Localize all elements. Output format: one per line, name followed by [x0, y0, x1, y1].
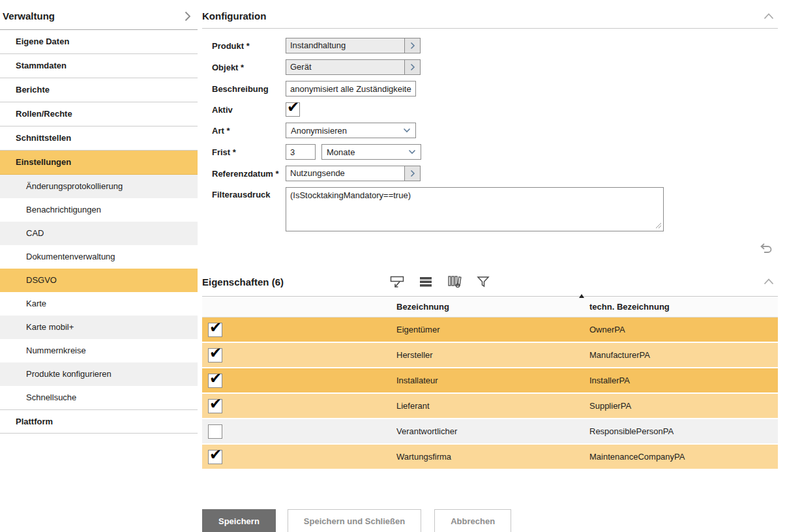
select-rows-icon [389, 275, 405, 288]
table-row[interactable]: Lieferant SupplierPA [202, 394, 778, 418]
chevron-down-icon [403, 128, 411, 133]
chevron-right-icon [410, 170, 415, 177]
sidebar-item-plattform[interactable]: Plattform [0, 409, 198, 434]
chevron-down-icon [408, 149, 416, 155]
table-row[interactable]: Hersteller ManufacturerPA [202, 343, 778, 367]
konfiguration-collapse-button[interactable] [764, 13, 778, 20]
referenzdatum-row: Referenzdatum * Nutzungsende [212, 166, 778, 181]
row-bezeichnung: Wartungsfirma [396, 452, 451, 462]
table-row[interactable]: Installateur InstallerPA [202, 368, 778, 392]
row-checkbox[interactable] [208, 374, 222, 388]
sidebar-item-benachrichtigungen[interactable]: Benachrichtigungen [0, 198, 198, 222]
row-bezeichnung: Installateur [396, 376, 438, 385]
sort-ascending-icon [579, 294, 584, 298]
sidebar-item-berichte[interactable]: Berichte [0, 78, 198, 102]
undo-icon [758, 243, 774, 254]
sidebar: Verwaltung Eigene Daten Stammdaten Beric… [0, 0, 198, 532]
sidebar-item-aenderungsprotokollierung[interactable]: Änderungsprotokollierung [0, 175, 198, 198]
column-header-techn-bezeichnung[interactable]: techn. Bezeichnung [589, 302, 778, 312]
sidebar-item-produkte-konfigurieren[interactable]: Produkte konfigurieren [0, 362, 198, 386]
sidebar-item-einstellungen[interactable]: Einstellungen [0, 151, 198, 175]
sidebar-item-nummernkreise[interactable]: Nummernkreise [0, 339, 198, 362]
produkt-open-button[interactable] [405, 38, 421, 53]
table-row[interactable]: Eigentümer OwnerPA [202, 318, 778, 342]
referenzdatum-picker[interactable]: Nutzungsende [286, 166, 421, 181]
beschreibung-row: Beschreibung [212, 81, 778, 96]
app: Verwaltung Eigene Daten Stammdaten Beric… [0, 0, 787, 532]
row-techn-bezeichnung: InstallerPA [589, 376, 630, 385]
undo-button[interactable] [758, 243, 774, 254]
objekt-row: Objekt * Gerät [212, 59, 778, 75]
produkt-row: Produkt * Instandhaltung [212, 38, 778, 53]
referenzdatum-open-button[interactable] [405, 166, 421, 181]
produkt-value: Instandhaltung [286, 38, 405, 53]
sidebar-item-stammdaten[interactable]: Stammdaten [0, 54, 198, 78]
row-techn-bezeichnung: SupplierPA [589, 401, 631, 411]
objekt-label: Objekt * [212, 63, 286, 72]
konfiguration-panel: Konfiguration Produkt * Instandhaltung [202, 7, 778, 261]
row-checkbox[interactable] [208, 399, 222, 413]
art-select[interactable]: Anonymisieren [286, 123, 416, 138]
column-header-techn-label: techn. Bezeichnung [589, 302, 670, 312]
eigenschaften-table: Bezeichnung techn. Bezeichnung Eigentüme… [202, 297, 778, 469]
row-bezeichnung: Hersteller [396, 350, 433, 360]
columns-button[interactable] [445, 274, 464, 289]
sidebar-item-dokumentenverwaltung[interactable]: Dokumentenverwaltung [0, 245, 198, 269]
eigenschaften-panel: Eigenschaften (6) [202, 270, 778, 469]
sidebar-item-cad[interactable]: CAD [0, 222, 198, 245]
art-row: Art * Anonymisieren [212, 123, 778, 138]
column-header-bezeichnung[interactable]: Bezeichnung [396, 302, 589, 312]
sidebar-title: Verwaltung [3, 10, 55, 22]
sidebar-item-schnittstellen[interactable]: Schnittstellen [0, 126, 198, 151]
table-row[interactable]: Verantwortlicher ResponsiblePersonPA [202, 419, 778, 443]
cancel-button[interactable]: Abbrechen [434, 509, 511, 532]
aktiv-label: Aktiv [212, 105, 286, 115]
table-header-row: Bezeichnung techn. Bezeichnung [202, 297, 778, 318]
filter-button[interactable] [474, 274, 492, 289]
sidebar-item-karte-mobil[interactable]: Karte mobil+ [0, 316, 198, 339]
aktiv-checkbox[interactable] [286, 102, 300, 117]
row-checkbox[interactable] [208, 348, 222, 362]
sidebar-item-rollen-rechte[interactable]: Rollen/Rechte [0, 102, 198, 126]
select-rows-button[interactable] [388, 274, 406, 289]
row-checkbox[interactable] [208, 450, 222, 464]
undo-row [202, 239, 778, 261]
save-and-close-button[interactable]: Speichern und Schließen [288, 509, 421, 532]
filterausdruck-label: Filterausdruck [212, 187, 286, 200]
objekt-picker[interactable]: Gerät [286, 59, 421, 75]
frist-unit-select[interactable]: Monate [321, 144, 421, 160]
table-row[interactable]: Wartungsfirma MaintenanceCompanyPA [202, 445, 778, 469]
sidebar-header[interactable]: Verwaltung [0, 7, 198, 30]
group-rows-button[interactable] [417, 274, 435, 289]
referenzdatum-label: Referenzdatum * [212, 169, 286, 179]
frist-input[interactable] [286, 144, 316, 160]
filter-icon [477, 276, 490, 288]
filterausdruck-textarea[interactable]: (IsStocktakingMandatory==true) [286, 187, 664, 231]
objekt-value: Gerät [286, 59, 405, 75]
row-bezeichnung: Verantwortlicher [396, 426, 457, 436]
objekt-open-button[interactable] [405, 59, 421, 75]
action-bar: Speichern Speichern und Schließen Abbrec… [202, 509, 778, 532]
beschreibung-input[interactable] [286, 81, 416, 96]
konfiguration-form: Produkt * Instandhaltung Objekt * Gerät [202, 29, 778, 233]
chevron-right-icon [410, 42, 415, 50]
row-bezeichnung: Lieferant [396, 401, 430, 411]
save-button[interactable]: Speichern [202, 509, 276, 532]
konfiguration-panel-header: Konfiguration [202, 7, 778, 29]
row-checkbox[interactable] [208, 323, 222, 337]
produkt-picker[interactable]: Instandhaltung [286, 38, 421, 53]
eigenschaften-collapse-button[interactable] [764, 278, 778, 285]
aktiv-row: Aktiv [212, 102, 778, 117]
row-checkbox[interactable] [208, 424, 222, 439]
beschreibung-label: Beschreibung [212, 84, 286, 94]
chevron-right-icon [410, 63, 415, 71]
row-techn-bezeichnung: ManufacturerPA [589, 350, 650, 360]
eigenschaften-toolbar [388, 274, 492, 289]
art-label: Art * [212, 126, 286, 136]
sidebar-item-eigene-daten[interactable]: Eigene Daten [0, 30, 198, 54]
columns-icon [447, 275, 462, 288]
sidebar-item-karte[interactable]: Karte [0, 292, 198, 316]
sidebar-item-schnellsuche[interactable]: Schnellsuche [0, 386, 198, 409]
sidebar-item-dsgvo[interactable]: DSGVO [0, 269, 198, 292]
row-techn-bezeichnung: OwnerPA [589, 325, 625, 334]
